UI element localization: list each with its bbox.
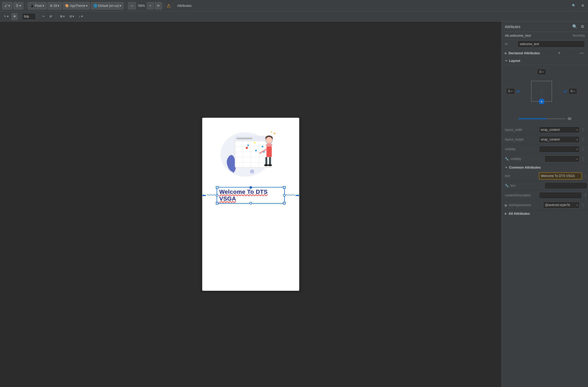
align-h-dropdown: ▾	[63, 15, 65, 18]
svg-point-14	[255, 150, 257, 151]
device-btn[interactable]: 📱 Pixel ▾	[28, 2, 46, 9]
svg-point-11	[246, 147, 248, 149]
margin-input[interactable]	[22, 13, 36, 20]
resize-handle-mr[interactable]	[283, 194, 286, 197]
resize-handle-br[interactable]	[283, 202, 286, 205]
locale-icon: 🌐	[93, 4, 97, 8]
right-panel: Attributes 🔍 ⚙ Ab welcome_text TextView …	[501, 22, 588, 387]
layout-height-side-icon: ⋮	[581, 137, 585, 142]
resize-handle-ml[interactable]	[216, 194, 218, 197]
phone-illustration: ✦ ✦	[202, 118, 299, 186]
layout-width-label: layout_width	[505, 128, 539, 132]
file-dropdown-arrow: ▾	[19, 4, 21, 8]
content-desc-input[interactable]	[539, 192, 582, 199]
text-appearance-value: @android:style/Te	[545, 203, 570, 207]
warning-icon: ⚠	[167, 3, 171, 9]
text-side-icon: ⋮	[584, 174, 587, 178]
declared-attributes-header[interactable]: ▶ Declared Attributes + —	[502, 49, 588, 57]
file-btn[interactable]: ☰ ▾	[13, 2, 23, 9]
right-constraint-value[interactable]: 0 ▾	[568, 88, 577, 94]
left-dropdown-arrow: ▾	[511, 90, 512, 93]
zoom-out-btn[interactable]: —	[128, 2, 136, 9]
locale-btn[interactable]: 🌐 Default (en-us) ▾	[91, 2, 124, 9]
api-btn[interactable]: ⚙ 28 ▾	[47, 2, 62, 9]
visibility-dropdown[interactable]: ▾	[539, 146, 580, 153]
path-btn[interactable]: 〜	[40, 13, 47, 20]
zoom-reset-icon: ⟳	[157, 4, 160, 8]
text-appearance-expand[interactable]: ▶	[505, 203, 507, 207]
id-input[interactable]	[517, 41, 585, 47]
left-constraint: 0 ▾ ≫	[506, 88, 520, 94]
zoom-in-btn[interactable]: +	[147, 2, 153, 9]
svg-rect-18	[237, 138, 252, 139]
align-h-btn[interactable]: ⊞ ▾	[58, 13, 67, 20]
common-attributes-header[interactable]: ▼ Common Attributes	[502, 164, 588, 171]
panel-search-btn[interactable]: 🔍	[572, 24, 578, 30]
cursor-dropdown: ▾	[7, 15, 9, 18]
sep3	[164, 3, 164, 9]
declared-triangle: ▶	[505, 52, 507, 55]
visibility-label: visibility	[505, 147, 539, 151]
text-row: text ⋮	[502, 171, 588, 181]
move-btn[interactable]: ✥	[12, 13, 18, 20]
resize-handle-tr[interactable]	[283, 186, 286, 189]
layout-height-row: layout_height wrap_content ▾ ⋮	[502, 135, 588, 144]
design-btn[interactable]: 🖊 ▾	[2, 2, 12, 9]
all-attributes-header[interactable]: ▶ All Attributes	[502, 210, 588, 217]
locale-label: Default (en-us)	[98, 4, 119, 8]
text-input[interactable]	[539, 173, 582, 179]
resize-handle-bc[interactable]	[249, 202, 252, 205]
svg-point-25	[266, 137, 272, 143]
widget-name: Ab welcome_text	[505, 34, 531, 37]
visibility-tool-arrow: ▾	[576, 158, 578, 160]
text-tool-input[interactable]	[544, 182, 587, 189]
resize-handle-tc[interactable]	[249, 186, 252, 189]
add-constraint-btn[interactable]: +	[539, 99, 544, 104]
align-v-btn[interactable]: ⊟ ▾	[68, 13, 76, 20]
canvas-area[interactable]: ✦ ✦ ⬅ 〜〜〜	[0, 22, 501, 387]
align3-icon: ↕	[79, 15, 81, 18]
add-declared-btn[interactable]: +	[557, 51, 562, 55]
center-arrows: ↑ ↑	[541, 88, 542, 94]
convert-btn[interactable]: ⇄	[48, 13, 54, 20]
layout-height-dropdown[interactable]: wrap_content ▾	[539, 136, 580, 143]
resize-handle-tl[interactable]	[216, 186, 218, 189]
theme-btn[interactable]: 🎨 AppTheme ▾	[63, 2, 90, 9]
right-arrow-indicator: ➡	[295, 192, 299, 198]
layout-width-dropdown[interactable]: wrap_content ▾	[539, 126, 580, 133]
selected-text-wrapper: ⬅ 〜〜〜 Welcome To DTS VSGA 〜〜〜 ➡	[202, 187, 299, 204]
declared-title: Declared Attributes	[509, 51, 540, 55]
svg-point-12	[247, 144, 249, 146]
zoom-reset-btn[interactable]: ⟳	[155, 2, 162, 9]
panel-settings-btn[interactable]: ⚙	[580, 24, 585, 30]
resize-handle-bl[interactable]	[216, 202, 218, 205]
selected-text-box[interactable]: Welcome To DTS VSGA	[217, 187, 285, 204]
visibility-tool-dropdown[interactable]: ▾	[544, 155, 580, 162]
remove-declared-btn[interactable]: —	[579, 51, 585, 55]
panel-search-icon: 🔍	[572, 24, 578, 29]
layout-visual: 0 ▾ ↑ ↑ + 0	[502, 64, 588, 125]
align3-btn[interactable]: ↕ ▾	[77, 13, 85, 20]
margin-row: 50	[505, 115, 585, 122]
left-chain-icon: ≫	[516, 89, 520, 94]
layout-triangle: ▼	[505, 59, 507, 62]
settings-btn[interactable]: ⚙	[580, 2, 586, 9]
layout-header[interactable]: ▼ Layout	[502, 57, 588, 64]
layout-width-value: wrap_content	[541, 128, 560, 132]
svg-rect-23	[269, 157, 271, 165]
sep4	[173, 3, 173, 9]
api-label: 28	[54, 4, 57, 8]
visibility-row: visibility ▾ ⋮	[502, 144, 588, 154]
zoom-label: 56%	[137, 4, 146, 8]
up-arrow1: ↑	[541, 88, 542, 91]
text-appearance-side-icon: ⋮	[581, 203, 585, 207]
search-btn[interactable]: 🔍	[570, 2, 578, 9]
id-row: id	[502, 39, 588, 49]
cursor-btn[interactable]: ↖ ▾	[2, 13, 10, 20]
panel-settings-icon: ⚙	[581, 24, 584, 29]
top-constraint-value[interactable]: 0 ▾	[537, 69, 546, 75]
left-constraint-value[interactable]: 0 ▾	[506, 88, 515, 94]
search-icon: 🔍	[572, 4, 576, 7]
text-appearance-dropdown[interactable]: @android:style/Te ▾	[543, 202, 580, 208]
device-dropdown-arrow: ▾	[42, 4, 44, 8]
